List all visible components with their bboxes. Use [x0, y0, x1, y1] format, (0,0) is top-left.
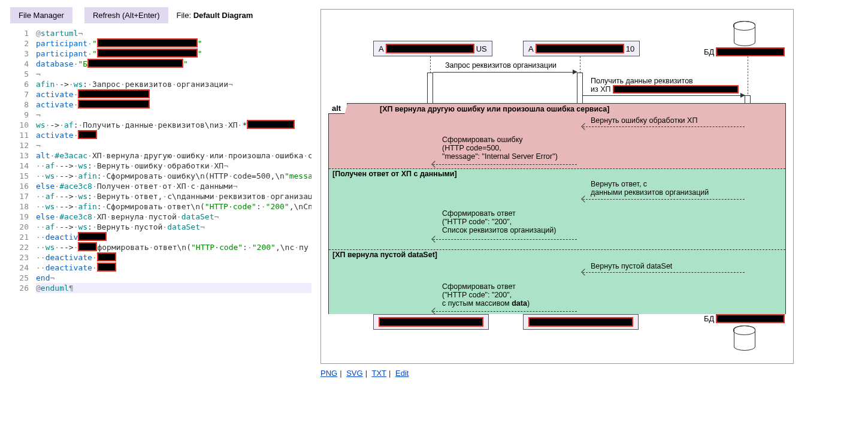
code-line[interactable]: ··af·-->·ws:·Вернуть·ответ,·с\nданными·р… — [36, 191, 311, 201]
preview-panel: AUS A10 БД Запрос реквизитов организации — [314, 0, 868, 446]
arrow-dashed — [433, 311, 577, 312]
refresh-button[interactable]: Refresh (Alt+Enter) — [84, 7, 168, 23]
editor-panel: File Manager Refresh (Alt+Enter) File: D… — [0, 0, 314, 446]
code-line[interactable]: alt·#e3acac·ХП·вернула·другую·ошибку·или… — [36, 150, 311, 161]
alt-section-data — [329, 168, 785, 249]
code-line[interactable]: ··deactivate· — [36, 252, 311, 263]
arrow-dashed — [433, 164, 577, 165]
alt-condition-3: [ХП вернула пустой dataSet] — [332, 251, 437, 259]
code-line[interactable]: activate· — [36, 89, 311, 100]
code-editor[interactable]: 1234567891011121314151617181920212223242… — [3, 28, 311, 440]
redacted-text — [716, 47, 785, 56]
participants-bottom: БД — [328, 314, 786, 357]
participant-2: A10 — [523, 41, 640, 56]
msg-return-error: Вернуть ошибку обработки ХП — [591, 116, 697, 125]
code-line[interactable]: @enduml¶ — [36, 283, 311, 293]
redacted-text — [386, 44, 474, 53]
msg-return-data: Вернуть ответ, сданными реквизитов орган… — [591, 180, 709, 197]
participant-db-bottom: БД — [704, 314, 785, 352]
participant-2-bottom — [523, 314, 639, 330]
msg-get-data: Получить данные реквизитов из ХП — [591, 77, 739, 94]
code-line[interactable]: ··af·-->·ws:·Вернуть·пустой·dataSet¬ — [36, 222, 311, 232]
database-icon — [734, 326, 755, 351]
arrow-dashed — [583, 126, 745, 127]
msg-request: Запрос реквизитов организации — [445, 61, 557, 70]
msg-form-empty-response: Сформировать ответ("HTTP code": "200", с… — [442, 282, 530, 308]
code-line[interactable]: @startuml¬ — [36, 28, 311, 38]
code-area[interactable]: @startuml¬participant·""participant·""da… — [36, 28, 311, 440]
export-links: PNG| SVG| TXT| Edit — [320, 369, 862, 378]
code-line[interactable]: else·#ace3c8·ХП·вернула·пустой·dataSet¬ — [36, 212, 311, 222]
alt-condition-2: [Получен ответ от ХП с данными] — [332, 170, 457, 178]
code-line[interactable]: activate· — [36, 100, 311, 110]
code-line[interactable]: else·#ace3c8·Получен·ответ·от·ХП·с·данны… — [36, 181, 311, 191]
redacted-text — [613, 85, 739, 94]
code-line[interactable]: ··ws·-->·формировать·ответ\n("HTTP·code"… — [36, 242, 311, 252]
participant-1: AUS — [373, 41, 492, 56]
alt-divider — [329, 168, 785, 169]
redacted-text — [716, 314, 785, 323]
code-line[interactable]: ¬ — [36, 69, 311, 79]
participants-top: AUS A10 БД — [328, 20, 786, 56]
code-line[interactable]: ws·->·af:·Получить·данные·реквизитов\nиз… — [36, 120, 311, 130]
participant-1-bottom — [373, 314, 489, 330]
code-line[interactable]: ··ws·-->·afin:·Сформировать·ошибку\n(HTT… — [36, 171, 311, 181]
export-svg-link[interactable]: SVG — [346, 369, 362, 378]
alt-frame: alt [ХП вернула другую ошибку или произо… — [328, 103, 786, 314]
arrow-dashed — [583, 272, 745, 273]
line-gutter: 1234567891011121314151617181920212223242… — [3, 28, 36, 440]
sequence-diagram: AUS A10 БД Запрос реквизитов организации — [320, 9, 794, 364]
sequence-body: Запрос реквизитов организации Получить д… — [328, 56, 786, 314]
arrow — [583, 95, 745, 96]
redacted-text — [379, 317, 483, 327]
msg-return-empty: Вернуть пустой dataSet — [591, 262, 672, 270]
code-line[interactable]: database·"Б" — [36, 59, 311, 69]
file-manager-button[interactable]: File Manager — [10, 7, 72, 23]
file-label: File: Default Diagram — [177, 11, 253, 20]
arrow — [433, 72, 577, 73]
redacted-text — [528, 317, 633, 327]
redacted-text — [536, 44, 624, 53]
export-edit-link[interactable]: Edit — [395, 369, 409, 378]
toolbar: File Manager Refresh (Alt+Enter) File: D… — [3, 6, 311, 28]
code-line[interactable]: ··af·-->·ws:·Вернуть·ошибку·обработки·ХП… — [36, 161, 311, 171]
export-png-link[interactable]: PNG — [320, 369, 337, 378]
msg-form-error: Сформировать ошибку(HTTP code=500,"messa… — [442, 135, 558, 161]
code-line[interactable]: ¬ — [36, 110, 311, 120]
arrow-dashed — [583, 199, 745, 200]
alt-condition-1: [ХП вернула другую ошибку или произошла … — [380, 105, 609, 113]
database-icon — [734, 21, 755, 46]
alt-section-empty — [329, 249, 785, 314]
code-line[interactable]: participant·"" — [36, 38, 311, 49]
arrow-dashed — [433, 239, 577, 240]
code-line[interactable]: ··deactivate· — [36, 263, 311, 273]
alt-tab: alt — [328, 103, 347, 114]
code-line[interactable]: activate· — [36, 130, 311, 140]
code-line[interactable]: participant·"" — [36, 49, 311, 59]
msg-form-response: Сформировать ответ("HTTP code": "200",Сп… — [442, 209, 556, 234]
participant-db: БД — [704, 21, 785, 56]
alt-divider — [329, 249, 785, 250]
code-line[interactable]: ··deactiv — [36, 232, 311, 242]
export-txt-link[interactable]: TXT — [371, 369, 386, 378]
code-line[interactable]: ··ws·-->·afin:·Сформировать·ответ\n("HTT… — [36, 201, 311, 212]
code-line[interactable]: afin·->·ws:·Запрос·реквизитов·организаци… — [36, 79, 311, 89]
code-line[interactable]: ¬ — [36, 140, 311, 150]
code-line[interactable]: end¬ — [36, 273, 311, 283]
